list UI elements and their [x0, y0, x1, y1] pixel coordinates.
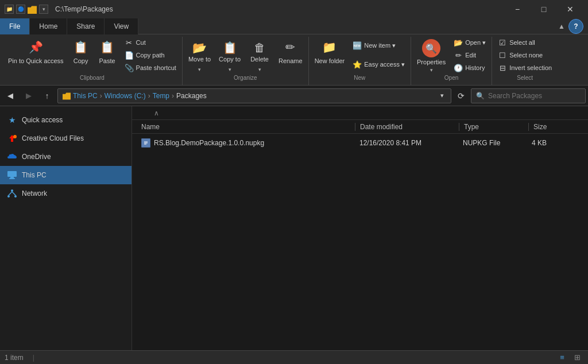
delete-arrow[interactable]: ▾ [245, 65, 274, 73]
sidebar-item-creative-cloud[interactable]: Creative Cloud Files [0, 129, 131, 148]
new-item-button[interactable]: 🆕 New item ▾ [349, 40, 408, 51]
col-header-name[interactable]: Name [137, 120, 355, 133]
svg-rect-2 [10, 177, 14, 178]
move-to-arrow[interactable]: ▾ [185, 65, 214, 73]
history-label: History [465, 64, 485, 71]
open-button[interactable]: 📂 Open ▾ [450, 37, 489, 48]
clipboard-buttons: 📌 Pin to Quick access 📋 Copy 📋 Paste ✂ [5, 37, 180, 73]
col-header-size[interactable]: Size [529, 120, 575, 133]
move-to-button[interactable]: 📂 Move to [185, 37, 214, 65]
rename-icon: ✏ [283, 39, 299, 55]
paste-label: Paste [99, 57, 115, 65]
forward-button[interactable]: ▶ [21, 88, 37, 104]
path-temp[interactable]: Temp [153, 92, 169, 100]
new-item-group: 🆕 New item ▾ ⭐ Easy access ▾ [349, 37, 408, 73]
easy-access-icon: ⭐ [353, 60, 362, 69]
ribbon-group-organize: 📂 Move to ▾ 📋 Copy to ▾ 🗑 Delete [183, 37, 309, 85]
select-small-group: ☑ Select all ☐ Select none ⊟ Invert sele… [494, 37, 555, 73]
quick-access-icon: 🔵 [16, 5, 25, 14]
sort-arrow[interactable]: ∧ [154, 109, 159, 117]
status-bar: 1 item | ≡ ⊞ [0, 350, 588, 364]
copy-to-arrow[interactable]: ▾ [215, 65, 244, 73]
search-input[interactable] [488, 92, 581, 100]
help-button[interactable]: ? [568, 19, 583, 34]
sidebar-item-quick-access[interactable]: ★ Quick access [0, 111, 131, 129]
table-row[interactable]: RS.Blog.DemoPackage.1.0.0.nupkg 12/16/20… [132, 134, 588, 152]
tab-view[interactable]: View [105, 18, 138, 34]
copy-icon: 📋 [73, 39, 89, 55]
file-icon [141, 138, 150, 148]
svg-point-4 [11, 189, 13, 192]
address-path[interactable]: This PC › Windows (C:) › Temp › Packages… [57, 88, 451, 103]
open-buttons: 🔍 Properties ▾ 📂 Open ▾ ✏ Edit � [413, 37, 489, 73]
path-dropdown-button[interactable]: ▾ [438, 91, 446, 100]
sidebar-item-onedrive[interactable]: OneDrive [0, 148, 131, 166]
paste-shortcut-button[interactable]: 📎 Paste shortcut [121, 63, 180, 73]
col-header-date[interactable]: Date modified [355, 120, 459, 133]
cut-button[interactable]: ✂ Cut [121, 37, 180, 48]
delete-split: 🗑 Delete ▾ [245, 37, 274, 73]
open-label: Open ▾ [465, 39, 486, 47]
pin-label: Pin to Quick access [8, 57, 64, 65]
select-all-button[interactable]: ☑ Select all [494, 37, 555, 48]
history-button[interactable]: 🕐 History [450, 63, 489, 73]
pin-quick-access-button[interactable]: 📌 Pin to Quick access [5, 37, 67, 73]
tab-share[interactable]: Share [67, 18, 105, 34]
history-icon: 🕐 [454, 64, 463, 72]
close-button[interactable]: ✕ [557, 0, 583, 18]
search-icon: 🔍 [476, 92, 485, 100]
file-cell-name: RS.Blog.DemoPackage.1.0.0.nupkg [137, 138, 355, 148]
copy-path-icon: 📄 [125, 51, 134, 60]
properties-label: Properties [417, 59, 446, 65]
tab-file[interactable]: File [0, 18, 30, 34]
back-button[interactable]: ◀ [2, 88, 18, 104]
refresh-button[interactable]: ⟳ [454, 88, 469, 103]
copy-button[interactable]: 📋 Copy [68, 37, 94, 73]
new-label: New [311, 73, 408, 83]
easy-access-button[interactable]: ⭐ Easy access ▾ [349, 59, 408, 70]
list-view-button[interactable]: ≡ [556, 351, 568, 364]
col-header-type[interactable]: Type [459, 120, 528, 133]
delete-button[interactable]: 🗑 Delete [245, 37, 274, 65]
select-none-button[interactable]: ☐ Select none [494, 50, 555, 61]
svg-point-0 [13, 135, 17, 138]
copy-to-button[interactable]: 📋 Copy to [215, 37, 244, 65]
invert-label: Invert selection [509, 64, 552, 71]
new-folder-button[interactable]: 📁 New folder [311, 37, 349, 73]
cut-icon: ✂ [125, 38, 134, 47]
tab-spacer [138, 18, 550, 34]
ribbon-collapse-btn[interactable]: ▲ [555, 20, 568, 33]
title-bar: 📁 🔵 ▾ C:\Temp\Packages − □ ✕ [0, 0, 588, 18]
tab-home[interactable]: Home [30, 18, 67, 34]
ribbon-content: 📌 Pin to Quick access 📋 Copy 📋 Paste ✂ [0, 34, 588, 85]
properties-arrow[interactable]: ▾ [413, 67, 449, 73]
title-path: C:\Temp\Packages [55, 5, 500, 13]
copy-label: Copy [74, 57, 88, 65]
minimize-button[interactable]: − [504, 0, 531, 18]
maximize-button[interactable]: □ [531, 0, 557, 18]
sidebar-item-network[interactable]: Network [0, 184, 131, 203]
detail-view-button[interactable]: ⊞ [571, 351, 583, 364]
edit-button[interactable]: ✏ Edit [450, 50, 489, 61]
select-all-label: Select all [509, 39, 535, 46]
paste-shortcut-label: Paste shortcut [136, 64, 176, 71]
svg-point-5 [7, 195, 10, 198]
path-windows[interactable]: Windows (C:) [105, 92, 146, 100]
ribbon: File Home Share View ▲ ? 📌 Pin to Quick … [0, 18, 588, 86]
invert-selection-button[interactable]: ⊟ Invert selection [494, 63, 555, 73]
copy-path-button[interactable]: 📄 Copy path [121, 50, 180, 61]
window-controls: − □ ✕ [504, 0, 583, 18]
rename-button[interactable]: ✏ Rename [275, 37, 306, 73]
title-bar-icons: 📁 🔵 ▾ [5, 5, 48, 14]
search-box[interactable]: 🔍 [471, 88, 586, 103]
path-this-pc[interactable]: This PC [73, 92, 98, 100]
invert-icon: ⊟ [498, 64, 507, 72]
paste-button[interactable]: 📋 Paste [95, 37, 120, 73]
up-button[interactable]: ↑ [39, 88, 55, 104]
properties-button[interactable]: 🔍 Properties [413, 37, 449, 67]
select-none-icon: ☐ [498, 51, 507, 60]
address-bar: ◀ ▶ ↑ This PC › Windows (C:) › Temp › Pa… [0, 86, 588, 106]
rename-label: Rename [278, 57, 303, 65]
sidebar-item-this-pc[interactable]: This PC [0, 166, 131, 184]
file-list: RS.Blog.DemoPackage.1.0.0.nupkg 12/16/20… [132, 134, 588, 350]
